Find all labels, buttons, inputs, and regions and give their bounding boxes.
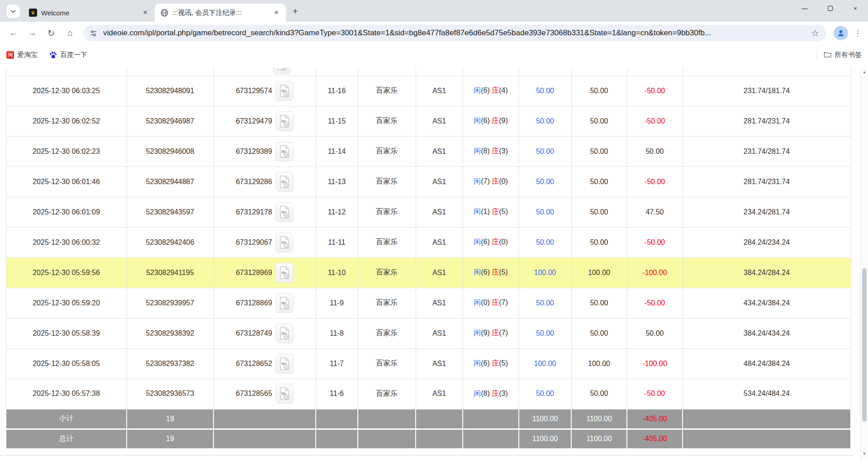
- table-row[interactable]: 2025-12-30 05:59:20 523082939957 6731288…: [6, 288, 851, 318]
- banker-label: 庄: [492, 117, 499, 124]
- bookmark-baidu[interactable]: 百度一下: [49, 51, 87, 59]
- player-label: 闲: [474, 177, 481, 185]
- player-label: 闲: [474, 208, 481, 215]
- table-row[interactable]: 2025-12-30 05:58:39 523082938392 6731287…: [6, 318, 851, 348]
- cell-result: 闲(6) 庄(0): [463, 227, 519, 257]
- cell-table: AS1: [416, 379, 463, 409]
- cell-valid-amount: 50.00: [571, 318, 627, 348]
- video-doc-icon: [279, 387, 290, 400]
- cell-time: 2025-12-30 06:02:23: [6, 136, 127, 166]
- new-tab-button[interactable]: +: [289, 5, 302, 18]
- cell-valid-amount: 50.00: [571, 227, 627, 257]
- forward-button[interactable]: →: [24, 25, 40, 41]
- url-text: videoie.com/ipl/portal.php/game/betrecor…: [103, 29, 810, 38]
- cell-time: 2025-12-30 05:57:38: [6, 379, 127, 409]
- tab-strip: ♛ Welcome × :::视讯, 会员下注纪录::: × + — ×: [0, 0, 868, 22]
- cell-winloss: -50.00: [627, 379, 683, 409]
- cell-time: 2025-12-30 06:00:32: [6, 227, 127, 257]
- cell-bet-amount: 50.00: [519, 76, 571, 106]
- video-record-button[interactable]: [275, 354, 294, 374]
- scroll-up-arrow-icon[interactable]: ▲: [861, 70, 868, 74]
- tab-welcome[interactable]: ♛ Welcome ×: [24, 4, 155, 22]
- cell-time: 2025-12-30 06:02:52: [6, 106, 127, 136]
- round-id-text: 673129574: [236, 87, 272, 95]
- table-row[interactable]: 2025-12-30 06:01:09 523082943597 6731291…: [6, 197, 851, 227]
- profile-avatar[interactable]: [834, 26, 848, 40]
- cell-round-id: 673128749: [213, 318, 316, 348]
- cell-winloss: 50.00: [627, 318, 683, 348]
- cell-result: 闲(6) 庄(9): [463, 106, 519, 136]
- cell-result: 闲(8) 庄(3): [463, 136, 519, 166]
- maximize-button[interactable]: [817, 0, 843, 16]
- cell-winloss: -100.00: [627, 257, 683, 288]
- video-record-button[interactable]: [275, 172, 294, 192]
- bookmark-label: 百度一下: [60, 51, 87, 59]
- chrome-menu-button[interactable]: ⋮: [851, 26, 864, 40]
- cell-bet-id: 523082944887: [127, 166, 213, 197]
- scrollbar-thumb[interactable]: [862, 268, 867, 422]
- table-row-partial[interactable]: [6, 68, 851, 76]
- table-row[interactable]: 2025-12-30 06:02:23 523082946008 6731293…: [6, 136, 851, 166]
- cell-bet-amount: 50.00: [519, 136, 571, 166]
- cell-time: 2025-12-30 06:01:09: [6, 197, 127, 227]
- tab-search-button[interactable]: [6, 5, 20, 18]
- table-row[interactable]: 2025-12-30 05:59:56 523082941195 6731289…: [6, 257, 851, 288]
- cell-bet-id: 523082936573: [127, 379, 213, 409]
- cell-round-id: 673128969: [213, 257, 316, 288]
- video-record-button[interactable]: [275, 233, 294, 252]
- summary-valid: 1100.00: [571, 409, 627, 429]
- bookmark-aitaobao[interactable]: 淘 爱淘宝: [6, 51, 38, 59]
- video-record-button[interactable]: [273, 68, 291, 74]
- video-record-button[interactable]: [275, 384, 294, 404]
- table-row[interactable]: 2025-12-30 05:58:05 523082937382 6731286…: [6, 348, 851, 379]
- cell-result: 闲(6) 庄(4): [463, 76, 519, 106]
- cell-balance: 234.24/281.74: [683, 197, 851, 227]
- cell-table: AS1: [416, 106, 463, 136]
- tab-betrecord[interactable]: :::视讯, 会员下注纪录::: ×: [155, 4, 286, 22]
- bookmark-star-icon[interactable]: ☆: [810, 28, 820, 38]
- back-button[interactable]: ←: [5, 25, 21, 41]
- video-record-button[interactable]: [275, 111, 294, 131]
- cell-balance: 434.24/384.24: [683, 288, 851, 318]
- video-record-button[interactable]: [275, 293, 294, 313]
- cell-time: 2025-12-30 05:58:05: [6, 348, 127, 379]
- minimize-button[interactable]: —: [792, 0, 817, 16]
- video-record-button[interactable]: [275, 202, 294, 222]
- tab-close-icon[interactable]: ×: [140, 8, 150, 18]
- close-window-button[interactable]: ×: [843, 0, 868, 16]
- page-bottom-divider: [0, 455, 855, 456]
- scroll-down-arrow-icon[interactable]: ▼: [861, 451, 868, 456]
- cell-game: 百家乐: [358, 166, 416, 197]
- tab-close-icon[interactable]: ×: [271, 8, 281, 18]
- table-row[interactable]: 2025-12-30 06:02:52 523082946987 6731294…: [6, 106, 851, 136]
- table-row[interactable]: 2025-12-30 06:00:32 523082942406 6731290…: [6, 227, 851, 257]
- cell-bet-amount: 50.00: [519, 197, 571, 227]
- address-bar[interactable]: videoie.com/ipl/portal.php/game/betrecor…: [83, 25, 826, 41]
- person-icon: [836, 29, 845, 38]
- cell-game: 百家乐: [358, 76, 416, 106]
- video-record-button[interactable]: [275, 263, 294, 283]
- cell-game: 百家乐: [358, 227, 416, 257]
- table-row[interactable]: 2025-12-30 05:57:38 523082936573 6731285…: [6, 379, 851, 409]
- video-doc-icon: [279, 145, 290, 158]
- cell-winloss: -50.00: [627, 227, 683, 257]
- table-row[interactable]: 2025-12-30 06:03:25 523082948091 6731295…: [6, 76, 851, 106]
- cell-round-id: 673128565: [213, 379, 316, 409]
- video-record-button[interactable]: [275, 323, 294, 343]
- cell-result: 闲(6) 庄(5): [463, 257, 519, 288]
- vertical-scrollbar[interactable]: ▲ ▼: [860, 68, 868, 461]
- reload-button[interactable]: ↻: [43, 25, 59, 41]
- all-bookmarks-button[interactable]: 所有书签: [824, 51, 862, 59]
- site-settings-icon[interactable]: [90, 29, 98, 37]
- summary-label: 总计: [6, 429, 127, 449]
- video-record-button[interactable]: [275, 142, 294, 162]
- cell-result: 闲(7) 庄(0): [463, 166, 519, 197]
- table-row[interactable]: 2025-12-30 06:01:46 523082944887 6731292…: [6, 166, 851, 197]
- video-record-button[interactable]: [275, 81, 294, 101]
- video-doc-icon: [279, 266, 290, 279]
- banker-label: 庄: [492, 177, 499, 185]
- banker-label: 庄: [492, 147, 499, 155]
- cell-valid-amount: 50.00: [571, 136, 627, 166]
- cell-time: 2025-12-30 06:01:46: [6, 166, 127, 197]
- home-button[interactable]: ⌂: [62, 25, 78, 41]
